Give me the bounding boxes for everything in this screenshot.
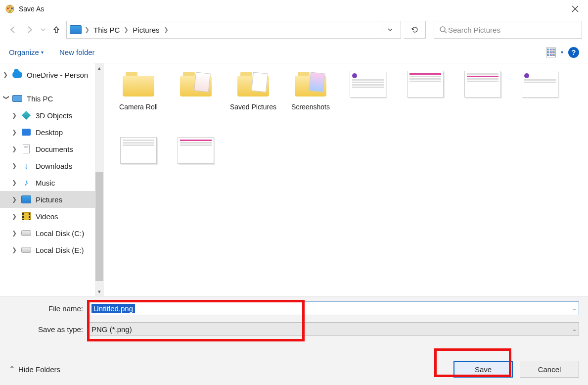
tree-downloads[interactable]: ❯↓Downloads xyxy=(0,157,104,174)
chevron-down-icon[interactable]: ▾ xyxy=(561,49,563,55)
filetype-select[interactable]: PNG (*.png) ⌄ xyxy=(88,322,579,336)
up-button[interactable] xyxy=(49,23,63,37)
breadcrumb-folder[interactable]: Pictures xyxy=(130,26,162,34)
image-item[interactable] xyxy=(458,68,507,111)
tree-desktop[interactable]: ❯Desktop xyxy=(0,124,104,141)
nav-bar: ❯ This PC ❯ Pictures ❯ xyxy=(0,18,588,42)
tree-label: 3D Objects xyxy=(36,111,72,120)
search-icon xyxy=(439,26,447,34)
recent-dropdown[interactable] xyxy=(40,23,46,37)
scroll-thumb[interactable] xyxy=(95,172,103,281)
scroll-up-icon[interactable]: ▴ xyxy=(95,63,104,72)
chevron-right-icon: ❯ xyxy=(12,129,19,136)
tree-label: Pictures xyxy=(36,195,62,204)
organize-menu[interactable]: Organize▾ xyxy=(9,48,44,56)
image-item[interactable] xyxy=(171,135,221,169)
chevron-down-icon: ❯ xyxy=(3,95,10,102)
command-bar: Organize▾ New folder ▾ ? xyxy=(0,42,588,63)
view-options-button[interactable] xyxy=(546,48,556,57)
filetype-label: Save as type: xyxy=(9,325,88,334)
tree-label: Music xyxy=(36,179,55,187)
folder-camera-roll[interactable]: Camera Roll xyxy=(114,68,163,111)
back-button[interactable] xyxy=(6,23,20,37)
hide-folders-toggle[interactable]: ⌃ Hide Folders xyxy=(9,365,60,374)
tree-label: This PC xyxy=(27,95,53,103)
chevron-down-icon[interactable]: ⌄ xyxy=(572,305,577,312)
chevron-right-icon: ❯ xyxy=(163,26,170,33)
cloud-icon xyxy=(12,70,23,80)
refresh-button[interactable] xyxy=(404,21,426,39)
tree-label: Documents xyxy=(36,145,73,153)
save-button[interactable]: Save xyxy=(453,361,513,378)
desktop-icon xyxy=(21,127,32,137)
chevron-right-icon: ❯ xyxy=(123,26,130,33)
chevron-right-icon: ❯ xyxy=(84,26,90,33)
chevron-down-icon[interactable]: ⌄ xyxy=(572,326,577,333)
tree-videos[interactable]: ❯Videos xyxy=(0,208,104,225)
video-icon xyxy=(21,211,32,221)
svg-point-5 xyxy=(440,27,445,32)
chevron-down-icon: ▾ xyxy=(41,49,44,55)
item-label: Saved Pictures xyxy=(228,103,278,111)
window-title: Save As xyxy=(19,5,567,13)
breadcrumb-root[interactable]: This PC xyxy=(90,26,123,34)
search-input[interactable] xyxy=(447,25,577,35)
save-as-dialog: Save As ❯ This PC ❯ Pictures ❯ Orga xyxy=(0,0,588,385)
chevron-right-icon: ❯ xyxy=(12,230,19,237)
item-label: Camera Roll xyxy=(114,103,163,111)
address-dropdown[interactable] xyxy=(382,21,398,39)
chevron-up-icon: ⌃ xyxy=(9,365,15,374)
app-icon xyxy=(5,4,15,14)
save-form: File name: Untitled.png ⌄ Save as type: … xyxy=(0,296,588,385)
tree-label: Downloads xyxy=(36,162,72,170)
tree-label: Local Disk (C:) xyxy=(36,229,84,238)
close-button[interactable] xyxy=(567,1,583,17)
folder-item[interactable] xyxy=(171,68,221,111)
tree-scrollbar[interactable]: ▴ ▾ xyxy=(95,63,104,296)
folder-screenshots[interactable]: Screenshots xyxy=(286,68,335,111)
chevron-right-icon: ❯ xyxy=(12,179,19,186)
address-bar[interactable]: ❯ This PC ❯ Pictures ❯ xyxy=(66,21,401,39)
image-item[interactable] xyxy=(114,135,163,169)
tree-3d-objects[interactable]: ❯3D Objects xyxy=(0,107,104,124)
folder-saved-pictures[interactable]: Saved Pictures xyxy=(228,68,278,111)
new-folder-button[interactable]: New folder xyxy=(59,48,95,56)
tree-music[interactable]: ❯♪Music xyxy=(0,174,104,191)
scroll-down-icon[interactable]: ▾ xyxy=(95,287,104,296)
filename-input[interactable]: Untitled.png ⌄ xyxy=(88,301,579,315)
tree-thispc[interactable]: ❯ This PC xyxy=(0,90,104,107)
download-icon: ↓ xyxy=(21,161,32,171)
navigation-pane: ❯ OneDrive - Person ❯ This PC ❯3D Object… xyxy=(0,63,104,296)
forward-button[interactable] xyxy=(23,23,37,37)
svg-point-2 xyxy=(7,7,9,9)
picture-icon xyxy=(21,194,32,204)
help-button[interactable]: ? xyxy=(568,47,579,58)
tree-label: Desktop xyxy=(36,128,63,137)
chevron-right-icon: ❯ xyxy=(3,71,10,78)
chevron-right-icon: ❯ xyxy=(12,145,19,152)
disk-icon xyxy=(21,228,32,238)
tree-label: Local Disk (E:) xyxy=(36,246,84,254)
tree-pictures[interactable]: ❯Pictures xyxy=(0,191,104,208)
dialog-footer: ⌃ Hide Folders Save Cancel xyxy=(0,353,588,385)
chevron-right-icon: ❯ xyxy=(12,196,19,203)
image-item[interactable] xyxy=(401,68,450,111)
cancel-button[interactable]: Cancel xyxy=(520,361,579,378)
tree-label: OneDrive - Person xyxy=(27,71,88,79)
chevron-right-icon: ❯ xyxy=(12,162,19,169)
hide-folders-label: Hide Folders xyxy=(18,365,60,374)
image-item[interactable] xyxy=(515,68,565,111)
search-box[interactable] xyxy=(434,21,582,39)
title-bar: Save As xyxy=(0,0,588,18)
computer-icon xyxy=(12,94,23,103)
music-icon: ♪ xyxy=(21,178,32,188)
tree-disk-c[interactable]: ❯Local Disk (C:) xyxy=(0,225,104,241)
file-list[interactable]: Camera Roll Saved Pictures Screenshots xyxy=(104,63,588,296)
item-label: Screenshots xyxy=(286,103,335,111)
image-item[interactable] xyxy=(343,68,393,111)
tree-disk-e[interactable]: ❯Local Disk (E:) xyxy=(0,241,104,258)
tree-documents[interactable]: ❯Documents xyxy=(0,141,104,157)
tree-label: Videos xyxy=(36,212,58,221)
tree-onedrive[interactable]: ❯ OneDrive - Person xyxy=(0,66,104,83)
svg-line-6 xyxy=(445,31,447,33)
